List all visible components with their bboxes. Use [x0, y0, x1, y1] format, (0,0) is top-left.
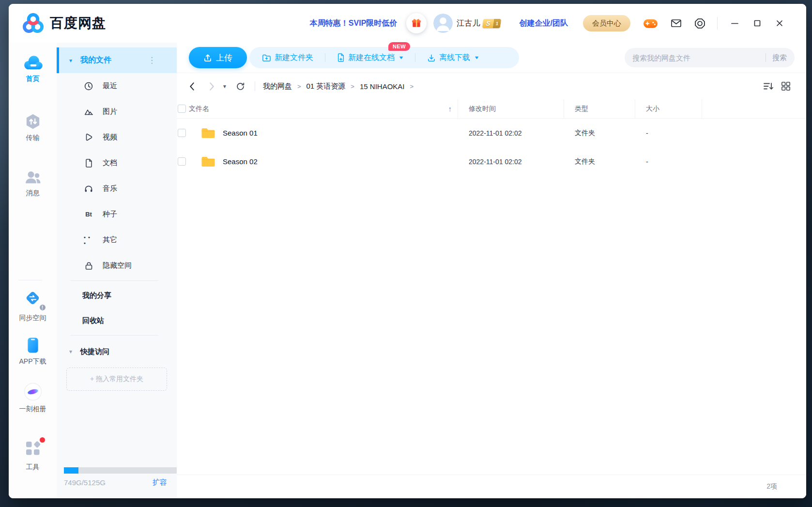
file-name[interactable]: Season 01 — [223, 129, 258, 137]
sidebar-item-hidden-space[interactable]: 隐藏空间 — [57, 253, 177, 278]
user-avatar[interactable] — [433, 14, 453, 33]
nav-tools[interactable]: 工具 — [9, 440, 57, 472]
sidebar-item-my-files[interactable]: ▾ 我的文件 ⋮ — [57, 47, 177, 73]
nav-tools-label: 工具 — [26, 463, 40, 472]
nav-home[interactable]: 首页 — [9, 54, 57, 83]
sidebar-divider — [70, 280, 158, 281]
sidebar-divider — [70, 335, 158, 336]
refresh-button[interactable] — [234, 80, 247, 93]
close-button[interactable] — [774, 18, 785, 29]
sort-options-button[interactable] — [763, 81, 774, 91]
select-all-checkbox[interactable] — [178, 105, 186, 113]
storage-progress-fill — [64, 467, 78, 474]
new-online-doc-button[interactable]: 新建在线文档 ▼ — [337, 53, 403, 63]
table-row[interactable]: Season 02 2022-11-01 02:02 文件夹 - — [177, 147, 806, 176]
nav-photo-album[interactable]: 一刻相册 — [9, 383, 57, 414]
mail-icon[interactable] — [671, 18, 682, 28]
music-label: 音乐 — [103, 184, 117, 193]
view-controls — [763, 81, 791, 91]
file-modified: 2022-11-01 02:02 — [458, 147, 564, 176]
column-header-size[interactable]: 大小 — [635, 99, 702, 118]
row-checkbox[interactable] — [178, 157, 186, 166]
new-folder-button[interactable]: 新建文件夹 — [262, 53, 313, 63]
column-header-modified[interactable]: 修改时间 — [458, 99, 564, 118]
upload-label: 上传 — [216, 52, 232, 63]
folder-icon — [201, 156, 215, 168]
column-header-type[interactable]: 类型 — [564, 99, 635, 118]
svip-promo-link[interactable]: 本周特惠！SVIP限时低价 — [310, 18, 397, 29]
back-button[interactable] — [187, 80, 197, 92]
svip-badge[interactable]: S 1 — [482, 19, 502, 28]
upload-button[interactable]: 上传 — [189, 47, 247, 68]
maximize-button[interactable] — [752, 18, 763, 29]
baidu-netdisk-window: 百度网盘 本周特惠！SVIP限时低价 江古儿 S — [9, 4, 806, 498]
forward-button[interactable] — [207, 80, 216, 92]
nav-app-download[interactable]: APP下载 — [9, 337, 57, 366]
breadcrumb-root[interactable]: 我的网盘 — [263, 82, 292, 91]
nav-sync-label: 同步空间 — [19, 314, 46, 323]
tools-icon — [24, 440, 42, 457]
nav-messages[interactable]: 消息 — [9, 169, 57, 198]
gift-icon[interactable] — [406, 13, 427, 33]
file-name[interactable]: Season 02 — [223, 157, 258, 166]
breadcrumb-divider — [255, 81, 255, 91]
sidebar-item-pictures[interactable]: 图片 — [57, 99, 177, 124]
sidebar-item-videos[interactable]: 视频 — [57, 124, 177, 150]
search-separator — [766, 53, 766, 62]
breadcrumb-folder-1[interactable]: 01 英语资源 — [306, 82, 346, 91]
search-button[interactable]: 搜索 — [772, 53, 787, 62]
settings-icon[interactable] — [694, 18, 705, 29]
recent-label: 最近 — [103, 81, 117, 91]
history-dropdown-caret[interactable]: ▼ — [222, 84, 227, 89]
sort-ascending-icon[interactable]: ↑ — [448, 105, 452, 113]
collapse-caret-icon[interactable]: ▾ — [69, 57, 72, 64]
file-extra — [702, 119, 806, 147]
row-checkbox[interactable] — [178, 129, 186, 137]
offline-download-button[interactable]: 离线下载 ▼ — [427, 53, 479, 63]
column-header-name[interactable]: 文件名 — [189, 105, 209, 113]
new-online-doc-label: 新建在线文档 — [348, 53, 395, 63]
expand-storage-link[interactable]: 扩容 — [153, 478, 167, 487]
sidebar-item-my-shares[interactable]: 我的分享 — [57, 283, 177, 308]
username[interactable]: 江古儿 — [457, 18, 480, 29]
more-menu-icon[interactable]: ⋮ — [148, 55, 156, 65]
ellipsis-icon: • • • — [84, 236, 93, 245]
quick-access-drop-zone[interactable]: + 拖入常用文件夹 — [66, 368, 167, 391]
tools-notification-dot — [40, 437, 45, 443]
search-input[interactable] — [632, 54, 762, 62]
sidebar-item-recent[interactable]: 最近 — [57, 73, 177, 99]
picture-icon — [84, 108, 93, 116]
new-doc-icon — [337, 53, 345, 62]
sidebar-item-other[interactable]: • • • 其它 — [57, 227, 177, 253]
titlebar-right: 本周特惠！SVIP限时低价 江古儿 S 1 — [310, 13, 785, 33]
sidebar-section-quick-access[interactable]: ▾ 快捷访问 — [57, 338, 177, 366]
sidebar-item-documents[interactable]: 文档 — [57, 150, 177, 176]
nav-sync-space[interactable]: ! 同步空间 — [9, 291, 57, 323]
create-team-link[interactable]: 创建企业/团队 — [520, 18, 568, 29]
pictures-label: 图片 — [103, 107, 117, 116]
app-body: 首页 传输 消息 — [9, 43, 806, 498]
file-size: - — [635, 119, 702, 147]
nav-rail: 首页 传输 消息 — [9, 43, 57, 498]
grid-view-button[interactable] — [781, 81, 791, 91]
baidu-netdisk-logo-icon — [22, 12, 45, 35]
breadcrumb-folder-2[interactable]: 15 NIHAOKAI — [360, 82, 405, 91]
nav-transfer[interactable]: 传输 — [9, 113, 57, 142]
file-list: Season 01 2022-11-01 02:02 文件夹 - Seas — [177, 119, 806, 475]
storage-progress-bar — [64, 467, 177, 474]
toolbar-secondary-group: 新建文件夹 新建在线文档 ▼ — [249, 47, 519, 68]
sidebar-item-music[interactable]: 音乐 — [57, 176, 177, 201]
status-bar: 2项 — [177, 475, 806, 498]
collapse-caret-icon[interactable]: ▾ — [69, 348, 72, 355]
nav-transfer-label: 传输 — [26, 134, 40, 142]
game-center-icon[interactable] — [643, 17, 658, 30]
main-panel: 上传 新建文件夹 — [177, 43, 806, 498]
other-label: 其它 — [103, 235, 117, 245]
search-box[interactable]: 搜索 — [625, 48, 795, 67]
sidebar-item-recycle-bin[interactable]: 回收站 — [57, 308, 177, 333]
sidebar-item-torrents[interactable]: Bt 种子 — [57, 201, 177, 227]
vip-center-button[interactable]: 会员中心 — [583, 15, 630, 31]
table-row[interactable]: Season 01 2022-11-01 02:02 文件夹 - — [177, 119, 806, 147]
toolbar-separator — [325, 53, 325, 62]
minimize-button[interactable] — [729, 18, 740, 29]
